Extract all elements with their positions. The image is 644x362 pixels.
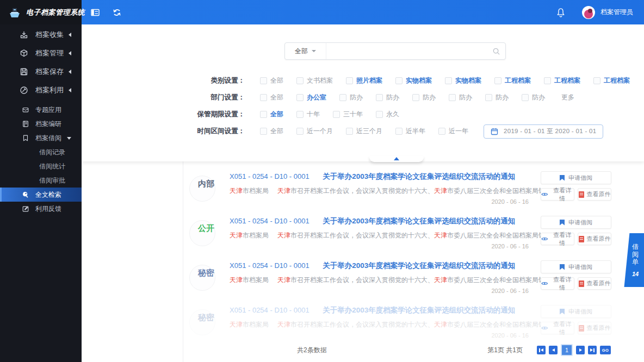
checkbox[interactable] bbox=[449, 94, 456, 101]
filter-option[interactable]: 全部 bbox=[260, 76, 283, 85]
checkbox[interactable] bbox=[494, 77, 501, 84]
filter-option[interactable]: 防办 bbox=[449, 93, 472, 102]
sidebar-item-archive-collect[interactable]: 档案收集 bbox=[0, 26, 82, 44]
checkbox[interactable] bbox=[296, 111, 304, 118]
checkbox[interactable] bbox=[395, 128, 403, 135]
more-link[interactable]: 更多 bbox=[561, 93, 574, 102]
apply-borrow-button[interactable]: 申请借阅 bbox=[541, 216, 611, 229]
checkbox[interactable] bbox=[339, 94, 346, 101]
archive-code-link[interactable]: X051 - 0254 - D10 - 0001 bbox=[230, 217, 309, 225]
view-detail-button[interactable]: 查看详情 bbox=[541, 233, 574, 245]
checkbox[interactable] bbox=[333, 111, 340, 118]
filter-option[interactable]: 近一个月 bbox=[296, 127, 333, 136]
view-detail-button[interactable]: 查看详情 bbox=[541, 322, 574, 334]
archive-title-link[interactable]: 关于举办2003年度档案学论文征集评选组织交流活动的通知 bbox=[323, 217, 515, 225]
archive-title-link[interactable]: 关于举办2003年度档案学论文征集评选组织交流活动的通知 bbox=[323, 261, 515, 270]
checkbox[interactable] bbox=[296, 94, 304, 101]
sidebar-item-borrow[interactable]: 档案借阅 bbox=[0, 131, 82, 145]
checkbox[interactable] bbox=[296, 77, 304, 84]
date-range-picker[interactable]: 2019 - 01 - 01 至 2020 - 01 - 01 bbox=[484, 124, 603, 139]
sidebar-item-fulltext-search[interactable]: 全文检索 bbox=[0, 188, 82, 202]
filter-option[interactable]: 工程档案 bbox=[494, 76, 531, 85]
search-input[interactable] bbox=[326, 43, 487, 59]
checkbox[interactable] bbox=[260, 111, 267, 118]
filter-option[interactable]: 实物档案 bbox=[395, 76, 432, 85]
view-original-button[interactable]: 查看原件 bbox=[578, 322, 611, 334]
sidebar-item-sub-8[interactable]: 借阅统计 bbox=[0, 159, 82, 173]
archive-title-link[interactable]: 关于举办2003年度档案学论文征集评选组织交流活动的通知 bbox=[323, 306, 515, 314]
security-level-label: 秘密 bbox=[198, 268, 214, 278]
filter-option[interactable]: 全部 bbox=[260, 93, 283, 102]
next-page-button[interactable] bbox=[576, 346, 585, 354]
filter-option[interactable]: 办公室 bbox=[296, 93, 326, 102]
refresh-icon[interactable] bbox=[112, 8, 122, 17]
apply-borrow-button[interactable]: 申请借阅 bbox=[541, 305, 611, 318]
sidebar-item-topic-app[interactable]: 专题应用 bbox=[0, 103, 82, 117]
filter-option[interactable]: 十年 bbox=[296, 110, 320, 119]
filter-option[interactable]: 近一年 bbox=[438, 127, 468, 136]
view-detail-button[interactable]: 查看详情 bbox=[541, 188, 574, 201]
sidebar-item-feedback[interactable]: 利用反馈 bbox=[0, 202, 82, 216]
filter-option[interactable]: 三十年 bbox=[333, 110, 363, 119]
checkbox[interactable] bbox=[376, 111, 383, 118]
checkbox[interactable] bbox=[544, 77, 551, 84]
filter-option[interactable]: 永久 bbox=[376, 110, 399, 119]
filter-option[interactable]: 工程档案 bbox=[544, 76, 580, 85]
filter-option[interactable]: 工程档案 bbox=[593, 76, 630, 85]
apply-borrow-button[interactable]: 申请借阅 bbox=[541, 171, 611, 184]
sidebar-item-archive-use[interactable]: 档案利用 bbox=[0, 81, 82, 99]
checkbox[interactable] bbox=[412, 94, 419, 101]
checkbox[interactable] bbox=[376, 94, 383, 101]
filter-option[interactable]: 近半年 bbox=[395, 127, 425, 136]
avatar[interactable] bbox=[582, 6, 595, 19]
filter-option[interactable]: 照片档案 bbox=[346, 76, 382, 85]
sidebar-item-sub-7[interactable]: 借阅记录 bbox=[0, 145, 82, 159]
filter-option[interactable]: 文书档案 bbox=[296, 76, 333, 85]
collapse-filter-tab[interactable] bbox=[369, 156, 424, 162]
notification-bell-icon[interactable] bbox=[556, 7, 566, 18]
filter-option[interactable]: 防办 bbox=[522, 93, 545, 102]
archive-code-link[interactable]: X051 - 0254 - D10 - 0001 bbox=[230, 172, 309, 180]
checkbox[interactable] bbox=[260, 94, 267, 101]
checkbox[interactable] bbox=[485, 94, 492, 101]
go-page-button[interactable]: GO bbox=[600, 346, 611, 354]
filter-option[interactable]: 全部 bbox=[260, 110, 283, 119]
search-icon[interactable] bbox=[487, 43, 505, 59]
archive-code-link[interactable]: X051 - 0254 - D10 - 0001 bbox=[230, 306, 309, 314]
checkbox[interactable] bbox=[593, 77, 600, 84]
checkbox[interactable] bbox=[522, 94, 529, 101]
first-page-button[interactable] bbox=[537, 346, 546, 354]
checkbox[interactable] bbox=[445, 77, 452, 84]
checkbox[interactable] bbox=[346, 128, 353, 135]
prev-page-button[interactable] bbox=[549, 346, 558, 354]
view-original-button[interactable]: 查看原件 bbox=[578, 277, 611, 290]
checkbox[interactable] bbox=[296, 128, 304, 135]
checkbox[interactable] bbox=[260, 77, 267, 84]
page-page-button[interactable]: 1 bbox=[561, 344, 573, 356]
filter-option[interactable]: 防办 bbox=[339, 93, 363, 102]
view-original-button[interactable]: 查看原件 bbox=[578, 188, 611, 201]
archive-title-link[interactable]: 关于举办2003年度档案学论文征集评选组织交流活动的通知 bbox=[323, 172, 515, 180]
last-page-button[interactable] bbox=[588, 346, 597, 354]
sidebar-item-sub-9[interactable]: 借阅审批 bbox=[0, 173, 82, 188]
sidebar-item-research[interactable]: 档案编研 bbox=[0, 117, 82, 131]
checkbox[interactable] bbox=[395, 77, 403, 84]
view-original-button[interactable]: 查看原件 bbox=[578, 233, 611, 245]
view-detail-button[interactable]: 查看详情 bbox=[541, 277, 574, 290]
filter-option[interactable]: 防办 bbox=[376, 93, 399, 102]
filter-option[interactable]: 近三个月 bbox=[346, 127, 382, 136]
filter-option[interactable]: 实物档案 bbox=[445, 76, 481, 85]
filter-option[interactable]: 防办 bbox=[412, 93, 436, 102]
checkbox[interactable] bbox=[346, 77, 353, 84]
sidebar-item-archive-save[interactable]: 档案保存 bbox=[0, 63, 82, 81]
sidebar-item-archive-manage[interactable]: 档案管理 bbox=[0, 44, 82, 63]
checkbox[interactable] bbox=[260, 128, 267, 135]
search-category-select[interactable]: 全部 bbox=[285, 43, 326, 59]
apply-borrow-button[interactable]: 申请借阅 bbox=[541, 260, 611, 273]
security-level-label: 内部 bbox=[198, 179, 214, 189]
filter-option[interactable]: 全部 bbox=[260, 127, 283, 136]
collapse-sidebar-icon[interactable] bbox=[90, 8, 100, 17]
filter-option[interactable]: 防办 bbox=[485, 93, 509, 102]
checkbox[interactable] bbox=[438, 128, 445, 135]
archive-code-link[interactable]: X051 - 0254 - D10 - 0001 bbox=[230, 261, 309, 270]
